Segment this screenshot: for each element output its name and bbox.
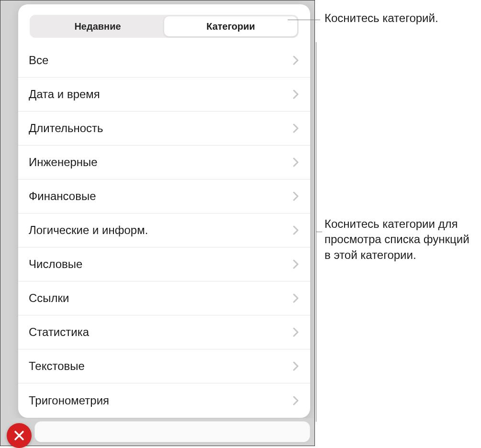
category-row-date-time[interactable]: Дата и время	[18, 78, 310, 112]
callout-leader	[288, 20, 320, 20]
chevron-right-icon	[293, 396, 299, 405]
category-row-trigonometry[interactable]: Тригонометрия	[18, 383, 310, 417]
category-row-text[interactable]: Текстовые	[18, 349, 310, 383]
category-label: Все	[29, 54, 48, 67]
tab-recent[interactable]: Недавние	[31, 16, 164, 36]
chevron-right-icon	[293, 259, 299, 269]
category-row-duration[interactable]: Длительность	[18, 112, 310, 146]
category-row-statistics[interactable]: Статистика	[18, 315, 310, 349]
category-label: Финансовые	[29, 190, 96, 203]
categories-list: Все Дата и время Длительность Инженерные…	[18, 44, 310, 418]
category-label: Ссылки	[29, 291, 69, 305]
bottom-toolbar	[1, 418, 314, 445]
formula-input[interactable]	[34, 421, 310, 442]
chevron-right-icon	[293, 191, 299, 201]
chevron-right-icon	[293, 157, 299, 167]
chevron-right-icon	[293, 123, 299, 133]
category-row-financial[interactable]: Финансовые	[18, 179, 310, 213]
category-row-references[interactable]: Ссылки	[18, 281, 310, 315]
category-label: Логические и информ.	[29, 224, 148, 237]
categories-popover: Недавние Категории Все Дата и время Длит…	[18, 4, 310, 418]
category-row-engineering[interactable]: Инженерные	[18, 146, 310, 179]
category-label: Числовые	[29, 258, 82, 271]
callout-tap-category-list: Коснитесь категории для просмотра списка…	[324, 216, 473, 263]
category-label: Длительность	[29, 122, 103, 135]
tab-recent-label: Недавние	[74, 21, 121, 32]
category-label: Тригонометрия	[29, 394, 109, 407]
chevron-right-icon	[293, 90, 299, 99]
category-row-logical[interactable]: Логические и информ.	[18, 213, 310, 247]
category-label: Дата и время	[29, 88, 100, 101]
callout-leader	[316, 232, 322, 232]
chevron-right-icon	[293, 225, 299, 235]
category-row-all[interactable]: Все	[18, 44, 310, 78]
tab-categories[interactable]: Категории	[164, 16, 297, 36]
chevron-right-icon	[293, 293, 299, 303]
category-label: Инженерные	[29, 156, 98, 169]
chevron-right-icon	[293, 56, 299, 65]
callout-tap-categories: Коснитесь категорий.	[324, 11, 438, 26]
chevron-right-icon	[293, 327, 299, 337]
tab-categories-label: Категории	[206, 21, 255, 32]
category-label: Статистика	[29, 325, 89, 339]
category-label: Текстовые	[29, 359, 85, 373]
app-frame: Недавние Категории Все Дата и время Длит…	[0, 0, 315, 446]
chevron-right-icon	[293, 361, 299, 371]
segmented-control: Недавние Категории	[30, 15, 299, 38]
category-row-numeric[interactable]: Числовые	[18, 247, 310, 281]
close-button[interactable]	[7, 423, 32, 448]
